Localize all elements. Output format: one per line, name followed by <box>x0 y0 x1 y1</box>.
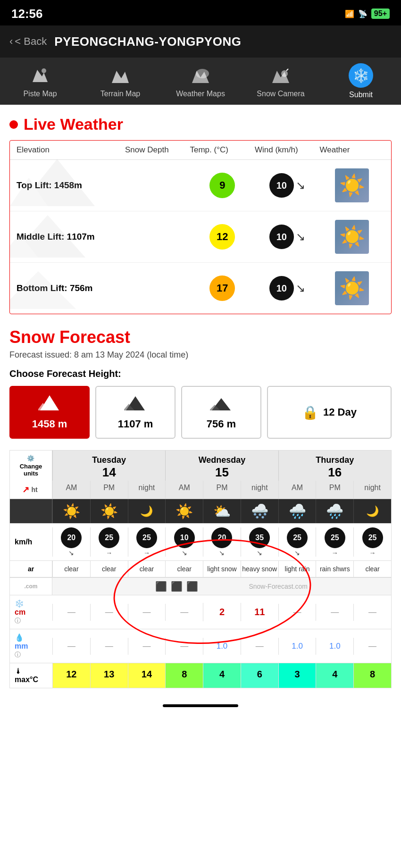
day-header-tuesday: Tuesday 14 <box>52 451 165 481</box>
col-wind: Wind (km/h) <box>255 145 320 155</box>
watermark-arrows: ⬛ ⬛ ⬛ <box>52 578 203 595</box>
ar-label: ar <box>28 565 34 573</box>
rain-tue-night: — <box>128 638 166 655</box>
tab-weather-maps[interactable]: Weather Maps <box>170 64 231 98</box>
tab-terrain-map[interactable]: Terrain Map <box>90 64 151 98</box>
raindrop-icon: 💧 <box>15 633 24 642</box>
day-num-14: 14 <box>55 465 163 480</box>
expand-icon[interactable]: ⬛ <box>186 581 198 592</box>
weather-maps-label: Weather Maps <box>176 90 225 98</box>
period-thu-am: AM <box>278 481 316 499</box>
wind-ball-tue-am: 20 <box>61 527 82 548</box>
height-btn-756[interactable]: 756 m <box>181 386 261 439</box>
wind-ball-wed-night: 35 <box>249 527 270 548</box>
temp-thu-am: 3 <box>278 663 316 688</box>
height-btn-1107[interactable]: 1107 m <box>95 386 175 439</box>
cond-wed-night: heavy snow <box>241 561 278 577</box>
corner-cell: ⚙️ Changeunits <box>10 451 52 481</box>
rain-tue-pm: — <box>90 638 128 655</box>
back-button[interactable]: ‹ < Back <box>9 35 47 48</box>
day-name-tuesday: Tuesday <box>55 455 163 465</box>
day-header-thursday: Thursday 16 <box>278 451 391 481</box>
period-wed-am: AM <box>165 481 203 499</box>
status-bar: 12:56 📶 📡 95+ <box>0 0 401 25</box>
svg-point-1 <box>196 69 209 78</box>
snowflake-icon: ❄️ <box>15 599 24 608</box>
rain-thu-am: 1.0 <box>278 638 316 655</box>
rain-thu-night: — <box>353 638 391 655</box>
snow-tue-pm: — <box>90 604 128 621</box>
middle-wind-circle: 10 <box>269 225 294 249</box>
wind-ball-thu-night: 25 <box>362 527 383 548</box>
height-btn-1458[interactable]: 1458 m <box>9 386 90 439</box>
cond-row-label: ar <box>10 561 52 577</box>
cond-wed-am: clear <box>165 561 203 577</box>
forecast-condition-row: ar clear clear clear clear light snow he… <box>10 561 391 577</box>
change-units-btn[interactable]: ⚙️ Changeunits <box>20 455 42 477</box>
status-time: 12:56 <box>11 7 43 21</box>
middle-temp-value: 12 <box>217 231 228 243</box>
gear-icon: ⚙️ <box>27 455 34 462</box>
wind-ball-tue-night: 25 <box>136 527 157 548</box>
top-weather-icon: ☀️ <box>335 168 369 202</box>
wind-arr-tue-am: ↘ <box>68 549 74 557</box>
middle-wind-arrow: ↘ <box>296 230 305 243</box>
forecast-rain-row: 💧 mm ⓘ — — — — 1.0 — 1.0 1.0 — <box>10 629 391 663</box>
home-bar <box>163 704 238 707</box>
wind-thu-pm: 25 → <box>316 527 353 557</box>
svg-point-0 <box>42 68 46 73</box>
watermark-left: .com <box>10 578 52 595</box>
day-btn-12[interactable]: 🔒 12 Day <box>267 386 392 439</box>
top-wind-arrow: ↘ <box>296 179 305 192</box>
period-tue-pm: PM <box>90 481 128 499</box>
arrow-left-icon: ↗ <box>22 484 29 495</box>
icon-thu-am: 🌧️ <box>278 499 316 523</box>
ht-label: ht <box>29 485 39 494</box>
live-weather-title: Live Weather <box>24 115 123 134</box>
bottom-weather-icon: ☀️ <box>335 271 369 305</box>
wind-tue-pm: 25 → <box>90 527 128 557</box>
wind-ball-tue-pm: 25 <box>99 527 119 548</box>
weather-row-bottom: Bottom Lift: 756m 17 10 ↘ ☀️ <box>10 263 391 314</box>
height-val-756: 756 m <box>207 418 236 430</box>
period-tue-am: AM <box>52 481 90 499</box>
rain-wed-pm: 1.0 <box>203 638 241 655</box>
period-corner: ↗ ht <box>10 481 52 499</box>
cond-tue-pm: clear <box>90 561 128 577</box>
wind-ball-thu-am: 25 <box>287 527 308 548</box>
wind-ball-wed-am: 10 <box>174 527 195 548</box>
thermometer-icon: 🌡 <box>15 667 22 676</box>
wind-arr-wed-pm: ↘ <box>219 549 225 557</box>
col-snow-depth: Snow Depth <box>125 145 190 155</box>
snow-tue-night: — <box>128 604 166 621</box>
rain-wed-am: — <box>165 638 203 655</box>
piste-map-label: Piste Map <box>23 90 57 98</box>
tab-piste-map[interactable]: Piste Map <box>9 64 71 98</box>
col-elevation: Elevation <box>17 145 125 155</box>
wind-ball-thu-pm: 25 <box>325 527 345 548</box>
snow-wed-pm: 2 <box>203 603 241 621</box>
page-title: PYEONGCHANG-YONGPYONG <box>54 34 241 49</box>
icon-thu-night: 🌙 <box>353 499 391 523</box>
height-val-1107: 1107 m <box>118 418 153 430</box>
tab-submit[interactable]: ❄️ Submit <box>330 63 392 99</box>
period-wed-pm: PM <box>203 481 241 499</box>
wind-arr-wed-am: ↘ <box>182 549 187 557</box>
cond-tue-night: clear <box>128 561 166 577</box>
bottom-wind-arrow: ↘ <box>296 282 305 295</box>
rain-info-icon: ⓘ <box>15 651 21 659</box>
forecast-temp-row: 🌡 max°C 12 13 14 8 4 6 3 4 8 <box>10 663 391 688</box>
wind-arr-wed-night: ↘ <box>257 549 262 557</box>
weather-maps-icon <box>189 64 212 87</box>
scroll-right-icon[interactable]: ⬛ <box>171 581 183 592</box>
cond-tue-am: clear <box>52 561 90 577</box>
tab-snow-camera[interactable]: Snow Camera <box>250 64 311 98</box>
wind-tue-night: 25 → <box>128 527 166 557</box>
scroll-left-icon[interactable]: ⬛ <box>155 581 167 592</box>
submit-icon: ❄️ <box>349 63 373 88</box>
back-label[interactable]: < Back <box>15 35 47 48</box>
svg-line-3 <box>286 69 288 71</box>
day-num-15: 15 <box>167 465 276 480</box>
period-thu-pm: PM <box>316 481 353 499</box>
bottom-wind-circle: 10 <box>269 276 294 300</box>
